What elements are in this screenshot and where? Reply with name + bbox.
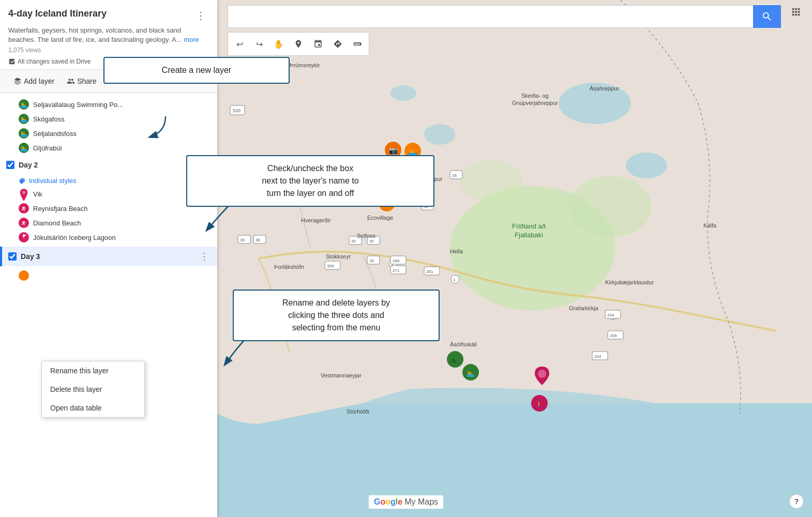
- svg-text:204: 204: [594, 354, 602, 359]
- list-item[interactable]: 🏊 Seljalandsfoss: [0, 126, 217, 141]
- map-label-storhofdi: Stórhöfði: [347, 408, 369, 415]
- svg-text:520: 520: [233, 108, 240, 113]
- svg-text:📷: 📷: [389, 146, 398, 155]
- map-label-thorlakshofn: Þorlákshöfn: [274, 264, 304, 270]
- annotation-create-layer: Create a new layer: [103, 57, 290, 84]
- svg-point-5: [460, 160, 522, 202]
- svg-text:204: 204: [607, 313, 614, 317]
- rename-layer-item[interactable]: Rename this layer: [42, 361, 144, 380]
- map-label-asahreppur: Ásahreppur: [590, 85, 619, 92]
- measure-button[interactable]: [348, 35, 367, 53]
- search-button[interactable]: [753, 5, 781, 28]
- list-item[interactable]: Reynisfjara Beach: [0, 201, 217, 216]
- day3-checkbox[interactable]: [8, 252, 17, 261]
- map-label-vestmannaeyjar: Vestmannaeyjar: [321, 372, 362, 378]
- svg-text:268: 268: [393, 258, 400, 263]
- add-layer-button[interactable]: Add layer: [8, 74, 59, 88]
- list-item[interactable]: 🏊 Gljúfrabúi: [0, 141, 217, 155]
- item-icon: 🏊: [19, 128, 29, 139]
- list-item[interactable]: Diamond Beach: [0, 216, 217, 230]
- item-icon: 🏊: [19, 143, 29, 153]
- svg-point-57: [538, 370, 546, 378]
- svg-text:38: 38: [255, 238, 260, 242]
- svg-text:271: 271: [393, 268, 400, 273]
- marker-button[interactable]: [289, 35, 308, 53]
- views-count: 1,075 views: [8, 47, 209, 54]
- day3-header[interactable]: Day 3 ⋮: [2, 247, 217, 266]
- day2-checkbox[interactable]: [6, 161, 14, 169]
- map-label-fridland: Friðland aðFjallabaki: [512, 222, 546, 240]
- annotation-rename-delete: Rename and delete layers byclicking the …: [233, 290, 440, 341]
- svg-point-4: [569, 176, 652, 238]
- svg-point-7: [626, 153, 667, 178]
- svg-text:🏊: 🏊: [467, 369, 474, 377]
- delete-layer-item[interactable]: Delete this layer: [42, 380, 144, 399]
- svg-text:🚶: 🚶: [535, 400, 543, 408]
- svg-text:308: 308: [327, 264, 334, 268]
- line-button[interactable]: [309, 35, 327, 53]
- map-label-thrumreykir: Þrúmsreykir: [290, 62, 320, 68]
- search-bar: [228, 5, 781, 28]
- list-item[interactable]: Jökulsárlón Iceberg Lagoon: [0, 230, 217, 245]
- svg-point-60: [22, 191, 25, 194]
- jokulsarlon-icon: [19, 232, 29, 242]
- map-label-kalfa: Kálfa: [703, 222, 716, 229]
- direction-button[interactable]: [328, 35, 347, 53]
- more-link[interactable]: more: [184, 36, 199, 43]
- map-label-stokkseyr: Stokkseyr: [326, 253, 351, 260]
- map-toolbar: ↩ ↪ ✋: [228, 32, 369, 56]
- svg-text:209: 209: [610, 333, 617, 338]
- share-button[interactable]: Share: [62, 74, 101, 88]
- svg-point-9: [390, 85, 416, 101]
- list-item[interactable]: Vik: [0, 187, 217, 201]
- svg-text:26: 26: [369, 258, 374, 263]
- day2-name: Day 2: [19, 161, 198, 169]
- map-title: 4-day Iceland Itinerary: [8, 8, 107, 19]
- svg-text:♨: ♨: [451, 357, 457, 364]
- help-button[interactable]: ?: [789, 494, 804, 509]
- context-menu: Rename this layer Delete this layer Open…: [41, 361, 145, 418]
- my-maps-label: My Maps: [404, 497, 438, 507]
- search-input[interactable]: [228, 5, 753, 28]
- day3-section: Day 3 ⋮: [0, 247, 217, 266]
- redo-button[interactable]: ↪: [250, 35, 268, 53]
- day2-section: Day 2 ⋮ Individual styles Vik Reynisfjar…: [0, 155, 217, 245]
- day2-style-link[interactable]: Individual styles: [0, 175, 217, 187]
- reynisfjara-icon: [19, 203, 29, 214]
- svg-text:1: 1: [453, 278, 456, 282]
- svg-text:39: 39: [240, 238, 245, 242]
- map-label-hella: Hella: [450, 248, 463, 254]
- item-icon: 🏊: [19, 99, 29, 110]
- item-icon: 🏊: [19, 114, 29, 124]
- svg-rect-2: [217, 403, 812, 517]
- map-description: Waterfalls, geysers, hot springs, volcan…: [8, 26, 209, 44]
- undo-button[interactable]: ↩: [230, 35, 249, 53]
- open-data-table-item[interactable]: Open data table: [42, 399, 144, 417]
- svg-text:261: 261: [426, 269, 433, 274]
- map-label-kirkjubaerjarklaustur: Kirkjubæjarklaustur: [605, 279, 654, 285]
- google-branding: Google My Maps: [369, 495, 443, 509]
- layers-list: 🏊 Seljavallalaug Swimming Po... 🏊 Skógaf…: [0, 93, 217, 517]
- list-item[interactable]: 🏊 Skógafoss: [0, 112, 217, 126]
- svg-text:30: 30: [369, 239, 374, 244]
- svg-text:26: 26: [452, 173, 457, 178]
- vik-icon: [19, 189, 29, 199]
- hand-tool-button[interactable]: ✋: [269, 35, 288, 53]
- map-label-asolfsskali: Ásólfsskáli: [450, 341, 477, 347]
- day3-partial-icon: [19, 270, 29, 281]
- diamond-beach-icon: [19, 218, 29, 228]
- day3-item-partial: [0, 268, 217, 283]
- svg-text:30: 30: [351, 239, 356, 244]
- map-label-grafarkirkja: Grafarkirkja: [569, 305, 598, 311]
- map-label-skeidaog: Skeiða- ogGnúpverjahreppur: [512, 92, 558, 107]
- map-label-ecovillage: Ecovillage: [367, 215, 393, 221]
- day2-header[interactable]: Day 2 ⋮: [0, 155, 217, 175]
- annotation-checkbox: Check/uncheck the boxnext to the layer's…: [186, 155, 434, 207]
- map-label-hveragerdir: Hveragerðir: [301, 217, 330, 223]
- day3-more-button[interactable]: ⋮: [198, 250, 211, 263]
- list-item[interactable]: 🏊 Seljavallalaug Swimming Po...: [0, 97, 217, 112]
- map-more-button[interactable]: ⋮: [192, 8, 209, 23]
- grid-icon[interactable]: [790, 6, 802, 20]
- map-label-selfoss: Selfoss: [357, 233, 375, 239]
- day3-name: Day 3: [21, 252, 198, 261]
